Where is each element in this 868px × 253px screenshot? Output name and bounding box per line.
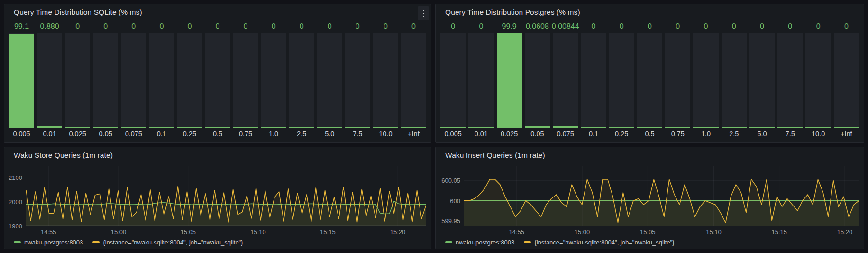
bar-gauge-column[interactable]: 05.0 <box>317 20 342 140</box>
y-axis-tick-label: 2000 <box>4 198 22 206</box>
bar-value-label: 0 <box>722 20 747 33</box>
bar-track <box>834 33 859 128</box>
bar-gauge-column[interactable]: 00.5 <box>205 20 230 140</box>
bar-category-label: 0.5 <box>637 128 662 140</box>
bar-fill <box>9 34 34 128</box>
bar-gauge-column[interactable]: 00.1 <box>581 20 606 140</box>
panel-menu-icon[interactable] <box>418 6 429 20</box>
panel-header[interactable]: Query Time Distribution Postgres (% ms) <box>436 4 864 20</box>
bar-value-label: 0 <box>440 20 466 33</box>
bar-value-label: 0 <box>693 20 718 33</box>
bar-track <box>525 33 550 128</box>
bar-fill <box>373 127 398 128</box>
bar-value-label: 0 <box>401 20 426 33</box>
x-axis-tick-label: 15:05 <box>640 228 656 235</box>
bar-gauge-column[interactable]: 00.075 <box>121 20 146 140</box>
panel-header[interactable]: Query Time Distribution SQLite (% ms) <box>4 4 431 20</box>
panel-header[interactable]: Waku Store Queries (1m rate) <box>4 147 431 163</box>
bar-gauge-column[interactable]: 0+Inf <box>834 20 859 140</box>
bar-gauge-column[interactable]: 00.75 <box>233 20 258 140</box>
x-axis-tick-label: 15:15 <box>320 228 336 235</box>
bar-track <box>65 33 90 128</box>
bar-track <box>261 33 286 128</box>
legend-label: {instance="nwaku-sqlite:8004", job="nwak… <box>534 239 674 246</box>
bar-gauge-column[interactable]: 00.005 <box>440 20 466 140</box>
bar-gauge-column[interactable]: 0+Inf <box>401 20 426 140</box>
bar-category-label: 5.0 <box>749 128 775 140</box>
legend-item-nwaku-postgres[interactable]: nwaku-postgres:8003 <box>14 239 83 246</box>
bar-gauge-column[interactable]: 01.0 <box>261 20 286 140</box>
bar-category-label: 0.05 <box>93 128 118 140</box>
y-axis-tick-label: 600.05 <box>436 177 460 184</box>
bar-value-label: 0 <box>93 20 118 33</box>
bar-track <box>693 33 718 128</box>
bar-track <box>401 33 426 128</box>
bar-gauge-column[interactable]: 07.5 <box>777 20 803 140</box>
bar-track <box>345 33 370 128</box>
x-axis-tick-label: 15:00 <box>111 228 127 235</box>
legend-item-nwaku-sqlite[interactable]: {instance="nwaku-sqlite:8004", job="nwak… <box>524 239 674 246</box>
panel-header[interactable]: Waku Insert Queries (1m rate) <box>436 147 864 163</box>
bar-value-label: 0 <box>177 20 202 33</box>
bar-gauge-column[interactable]: 05.0 <box>749 20 775 140</box>
bar-gauge-column[interactable]: 00.25 <box>609 20 634 140</box>
bar-value-label: 0 <box>317 20 342 33</box>
legend-label: nwaku-postgres:8003 <box>24 239 83 246</box>
bar-fill <box>121 127 146 128</box>
bar-value-label: 0.0608 <box>525 20 550 33</box>
bar-fill <box>581 127 606 128</box>
bar-category-label: 7.5 <box>777 128 803 140</box>
bar-track <box>233 33 258 128</box>
bar-gauge-column[interactable]: 00.25 <box>177 20 202 140</box>
bar-gauge-column[interactable]: 00.5 <box>637 20 662 140</box>
bar-track <box>37 33 62 128</box>
bar-gauge-column[interactable]: 0.8800.01 <box>37 20 62 140</box>
bar-gauge-column[interactable]: 00.1 <box>149 20 174 140</box>
bar-gauge-column[interactable]: 00.025 <box>65 20 90 140</box>
bar-gauge-column[interactable]: 010.0 <box>373 20 398 140</box>
bar-gauge-column[interactable]: 00.05 <box>93 20 118 140</box>
bar-gauge-column[interactable]: 02.5 <box>722 20 747 140</box>
bar-gauge-column[interactable]: 0.008440.075 <box>553 20 578 140</box>
bar-value-label: 0 <box>637 20 662 33</box>
bar-gauge-column[interactable]: 00.01 <box>468 20 493 140</box>
bar-fill <box>553 126 578 128</box>
bar-fill <box>149 127 174 128</box>
bar-track <box>609 33 634 128</box>
x-axis-tick-label: 15:05 <box>181 228 196 235</box>
bar-value-label: 0 <box>233 20 258 33</box>
bar-category-label: 7.5 <box>345 128 370 140</box>
bar-track <box>777 33 803 128</box>
bar-value-label: 0 <box>581 20 606 33</box>
bar-fill <box>177 127 202 128</box>
bar-gauge-column[interactable]: 01.0 <box>693 20 718 140</box>
bar-gauge-column[interactable]: 99.10.005 <box>9 20 34 140</box>
bar-category-label: 0.025 <box>65 128 90 140</box>
timeseries-insert-queries: 599.95600600.0514:5515:0015:0515:1015:15… <box>436 163 864 235</box>
bar-value-label: 0 <box>834 20 859 33</box>
legend-item-nwaku-sqlite[interactable]: {instance="nwaku-sqlite:8004", job="nwak… <box>92 239 243 246</box>
bar-value-label: 0 <box>665 20 690 33</box>
bar-value-label: 0 <box>345 20 370 33</box>
bar-fill <box>497 33 522 128</box>
bar-value-label: 0 <box>805 20 831 33</box>
bar-gauge-column[interactable]: 99.90.025 <box>497 20 522 140</box>
bar-gauge-column[interactable]: 00.75 <box>665 20 690 140</box>
bar-value-label: 99.1 <box>9 20 34 33</box>
legend-swatch-yellow-icon <box>92 241 100 243</box>
bar-track <box>317 33 342 128</box>
bar-value-label: 99.9 <box>497 20 522 33</box>
bar-gauge-postgres: 00.00500.0199.90.0250.06080.050.008440.0… <box>436 20 864 142</box>
legend-label: nwaku-postgres:8003 <box>456 239 514 246</box>
bar-category-label: 10.0 <box>805 128 831 140</box>
y-axis-tick-label: 2100 <box>4 174 22 181</box>
legend-item-nwaku-postgres[interactable]: nwaku-postgres:8003 <box>445 239 514 246</box>
bar-gauge-column[interactable]: 010.0 <box>805 20 831 140</box>
bar-track <box>722 33 747 128</box>
bar-gauge-column[interactable]: 07.5 <box>345 20 370 140</box>
bar-gauge-column[interactable]: 0.06080.05 <box>525 20 550 140</box>
panel-query-time-postgres: Query Time Distribution Postgres (% ms) … <box>435 4 864 143</box>
bar-value-label: 0 <box>289 20 314 33</box>
bar-track <box>373 33 398 128</box>
bar-gauge-column[interactable]: 02.5 <box>289 20 314 140</box>
